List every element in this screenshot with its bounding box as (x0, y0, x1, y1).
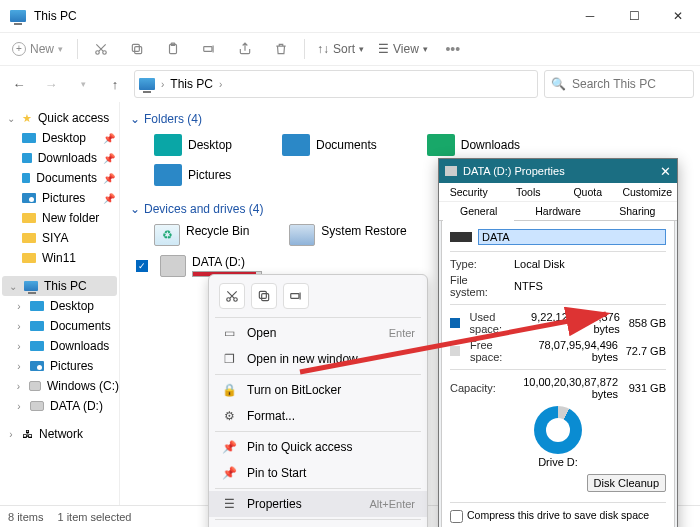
maximize-button[interactable]: ☐ (612, 0, 656, 32)
up-button[interactable]: ↑ (102, 71, 128, 97)
drive-icon (160, 255, 186, 277)
used-swatch (450, 318, 460, 328)
cut-button[interactable] (219, 283, 245, 309)
context-properties[interactable]: ☰PropertiesAlt+Enter (209, 491, 427, 517)
cut-button[interactable] (86, 35, 116, 63)
search-icon: 🔍 (551, 77, 566, 91)
pin-icon: 📌 (103, 133, 115, 144)
window-title: This PC (34, 9, 77, 23)
tab-security[interactable]: Security (439, 183, 499, 201)
share-button[interactable] (230, 35, 260, 63)
context-pin-quick[interactable]: 📌Pin to Quick access (209, 434, 427, 460)
dialog-title: DATA (D:) Properties (463, 165, 565, 177)
sidebar-item-new-folder[interactable]: New folder (0, 208, 119, 228)
folder-icon (22, 233, 36, 243)
sidebar-item-pictures[interactable]: Pictures📌 (0, 188, 119, 208)
sidebar-tree-data-d[interactable]: ›DATA (D:) (0, 396, 119, 416)
copy-button[interactable] (122, 35, 152, 63)
tab-sharing[interactable]: Sharing (598, 201, 677, 220)
sidebar-item-documents[interactable]: Documents📌 (0, 168, 119, 188)
drive-item-recycle-bin[interactable]: Recycle Bin (154, 224, 249, 246)
quick-access-label: Quick access (38, 111, 109, 125)
context-pin-start[interactable]: 📌Pin to Start (209, 460, 427, 486)
compress-option[interactable]: Compress this drive to save disk space (450, 509, 666, 523)
image-icon (30, 361, 44, 371)
sidebar-item-siya[interactable]: SIYA (0, 228, 119, 248)
sidebar-item-quick-access[interactable]: ⌄ ★ Quick access (0, 108, 119, 128)
chevron-down-icon: ⌄ (6, 113, 16, 124)
folder-item-downloads[interactable]: Downloads (427, 134, 520, 156)
pin-icon: 📌 (221, 466, 237, 480)
context-menu: ▭OpenEnter ❐Open in new window 🔒Turn on … (208, 274, 428, 527)
address-row: ← → ▾ ↑ › This PC › 🔍 (0, 66, 700, 102)
sort-button[interactable]: ↑↓ Sort ▾ (313, 42, 368, 56)
sidebar-tree-desktop[interactable]: ›Desktop (0, 296, 119, 316)
close-button[interactable]: ✕ (660, 164, 671, 179)
sidebar-item-this-pc[interactable]: ⌄ This PC (2, 276, 117, 296)
chevron-down-icon: ⌄ (130, 202, 140, 216)
disk-cleanup-button[interactable]: Disk Cleanup (587, 474, 666, 492)
sidebar-tree-pictures[interactable]: ›Pictures (0, 356, 119, 376)
tab-hardware[interactable]: Hardware (518, 201, 597, 220)
context-more-options[interactable]: ⋮Show more optionsShift+F10 (209, 522, 427, 527)
search-box[interactable]: 🔍 (544, 70, 694, 98)
new-label: New (30, 42, 54, 56)
dialog-titlebar[interactable]: DATA (D:) Properties ✕ (439, 159, 677, 183)
tab-quota[interactable]: Quota (558, 183, 618, 201)
minimize-button[interactable]: ─ (568, 0, 612, 32)
paste-button[interactable] (158, 35, 188, 63)
sidebar-item-network[interactable]: › 🖧 Network (0, 424, 119, 444)
sort-label: Sort (333, 42, 355, 56)
back-button[interactable]: ← (6, 71, 32, 97)
drive-icon (289, 224, 315, 246)
folder-item-pictures[interactable]: Pictures (154, 164, 231, 186)
tab-tools[interactable]: Tools (499, 183, 559, 201)
context-format[interactable]: ⚙Format... (209, 403, 427, 429)
pin-icon: 📌 (221, 440, 237, 454)
view-label: View (393, 42, 419, 56)
sidebar-tree-documents[interactable]: ›Documents (0, 316, 119, 336)
context-open-new-window[interactable]: ❐Open in new window (209, 346, 427, 372)
delete-button[interactable] (266, 35, 296, 63)
context-bitlocker[interactable]: 🔒Turn on BitLocker (209, 377, 427, 403)
drive-item-system-restore[interactable]: System Restore (289, 224, 406, 246)
svg-rect-11 (291, 294, 299, 299)
view-button[interactable]: ☰ View ▾ (374, 42, 432, 56)
breadcrumb[interactable]: › This PC › (134, 70, 538, 98)
tab-customize[interactable]: Customize (618, 183, 678, 201)
sidebar-item-desktop[interactable]: Desktop📌 (0, 128, 119, 148)
downloads-icon (427, 134, 455, 156)
titlebar: This PC ─ ☐ ✕ (0, 0, 700, 32)
selection-checkbox[interactable]: ✓ (130, 254, 154, 278)
command-toolbar: + New ▾ ↑↓ Sort ▾ ☰ View ▾ ••• (0, 32, 700, 66)
sidebar-item-win11[interactable]: Win11 (0, 248, 119, 268)
new-button[interactable]: + New ▾ (6, 42, 69, 56)
close-button[interactable]: ✕ (656, 0, 700, 32)
search-input[interactable] (572, 77, 687, 91)
tab-general[interactable]: General (439, 201, 518, 220)
used-bytes: 9,22,12,34,93,376 bytes (531, 311, 620, 335)
folder-item-documents[interactable]: Documents (282, 134, 377, 156)
item-count: 8 items (8, 511, 43, 523)
forward-button[interactable]: → (38, 71, 64, 97)
folder-item-desktop[interactable]: Desktop (154, 134, 232, 156)
recent-button[interactable]: ▾ (70, 71, 96, 97)
context-open[interactable]: ▭OpenEnter (209, 320, 427, 346)
sidebar-tree-windows-c[interactable]: ›Windows (C:) (0, 376, 119, 396)
volume-name-field[interactable]: DATA (478, 229, 666, 245)
capacity-bytes: 10,00,20,30,87,872 bytes (514, 376, 618, 400)
format-icon: ⚙ (221, 409, 237, 423)
drive-icon (445, 166, 457, 176)
rename-button[interactable] (194, 35, 224, 63)
crumb-this-pc[interactable]: This PC (170, 77, 213, 91)
compress-checkbox[interactable] (450, 510, 463, 523)
folders-section-header[interactable]: ⌄Folders (4) (130, 106, 690, 130)
rename-button[interactable] (283, 283, 309, 309)
more-button[interactable]: ••• (438, 35, 468, 63)
sidebar-item-downloads[interactable]: Downloads📌 (0, 148, 119, 168)
sidebar-tree-downloads[interactable]: ›Downloads (0, 336, 119, 356)
copy-button[interactable] (251, 283, 277, 309)
chevron-right-icon: › (219, 79, 222, 90)
chevron-right-icon: › (14, 361, 24, 372)
pc-icon (10, 10, 26, 22)
